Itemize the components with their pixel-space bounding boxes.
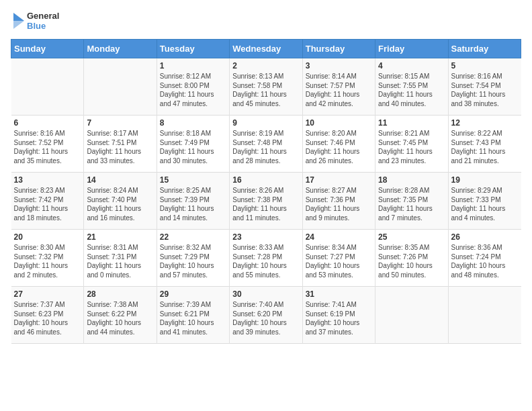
calendar-cell: 16Sunrise: 8:26 AMSunset: 7:38 PMDayligh… <box>230 173 302 230</box>
calendar-cell: 11Sunrise: 8:21 AMSunset: 7:45 PMDayligh… <box>375 116 448 173</box>
day-info: Sunrise: 7:41 AMSunset: 6:19 PMDaylight:… <box>306 300 372 336</box>
day-info: Sunrise: 8:33 AMSunset: 7:28 PMDaylight:… <box>232 243 299 279</box>
calendar-cell: 28Sunrise: 7:38 AMSunset: 6:22 PMDayligh… <box>84 287 157 344</box>
day-info: Sunrise: 8:32 AMSunset: 7:29 PMDaylight:… <box>160 243 226 279</box>
day-info: Sunrise: 8:16 AMSunset: 7:54 PMDaylight:… <box>451 72 519 108</box>
day-info: Sunrise: 8:34 AMSunset: 7:27 PMDaylight:… <box>306 243 372 279</box>
day-number: 6 <box>14 118 81 128</box>
day-info: Sunrise: 8:23 AMSunset: 7:42 PMDaylight:… <box>14 186 81 222</box>
calendar-cell: 22Sunrise: 8:32 AMSunset: 7:29 PMDayligh… <box>157 230 229 287</box>
day-number: 1 <box>160 61 226 71</box>
day-number: 18 <box>378 175 445 185</box>
calendar-cell: 29Sunrise: 7:39 AMSunset: 6:21 PMDayligh… <box>157 287 229 344</box>
calendar-cell: 23Sunrise: 8:33 AMSunset: 7:28 PMDayligh… <box>230 230 302 287</box>
day-info: Sunrise: 7:40 AMSunset: 6:20 PMDaylight:… <box>232 300 299 336</box>
day-number: 27 <box>14 289 81 299</box>
header-wednesday: Wednesday <box>230 40 302 58</box>
day-info: Sunrise: 8:19 AMSunset: 7:48 PMDaylight:… <box>232 129 299 165</box>
calendar-cell: 4Sunrise: 8:15 AMSunset: 7:55 PMDaylight… <box>375 58 448 116</box>
calendar-cell: 15Sunrise: 8:25 AMSunset: 7:39 PMDayligh… <box>157 173 229 230</box>
day-number: 15 <box>160 175 226 185</box>
day-info: Sunrise: 8:31 AMSunset: 7:31 PMDaylight:… <box>87 243 153 279</box>
calendar-cell <box>84 58 157 116</box>
calendar-week-1: 1Sunrise: 8:12 AMSunset: 8:00 PMDaylight… <box>11 58 521 116</box>
day-number: 11 <box>378 118 445 128</box>
day-info: Sunrise: 8:30 AMSunset: 7:32 PMDaylight:… <box>14 243 81 279</box>
calendar-cell: 9Sunrise: 8:19 AMSunset: 7:48 PMDaylight… <box>230 116 302 173</box>
day-info: Sunrise: 8:24 AMSunset: 7:40 PMDaylight:… <box>87 186 153 222</box>
day-number: 26 <box>451 232 519 242</box>
day-number: 21 <box>87 232 153 242</box>
logo: General Blue <box>11 11 59 31</box>
day-number: 4 <box>378 61 445 71</box>
day-number: 9 <box>232 118 299 128</box>
calendar-cell <box>448 287 521 344</box>
page-header: General Blue <box>11 11 521 31</box>
logo-general-text: General <box>27 11 59 21</box>
calendar-cell: 3Sunrise: 8:14 AMSunset: 7:57 PMDaylight… <box>302 58 375 116</box>
calendar-cell: 8Sunrise: 8:18 AMSunset: 7:49 PMDaylight… <box>157 116 229 173</box>
header-thursday: Thursday <box>302 40 375 58</box>
calendar-cell: 7Sunrise: 8:17 AMSunset: 7:51 PMDaylight… <box>84 116 157 173</box>
day-number: 28 <box>87 289 153 299</box>
day-info: Sunrise: 8:15 AMSunset: 7:55 PMDaylight:… <box>378 72 445 108</box>
day-number: 7 <box>87 118 153 128</box>
day-info: Sunrise: 8:27 AMSunset: 7:36 PMDaylight:… <box>306 186 372 222</box>
header-saturday: Saturday <box>448 40 521 58</box>
day-number: 16 <box>232 175 299 185</box>
day-number: 22 <box>160 232 226 242</box>
svg-marker-0 <box>13 13 24 21</box>
calendar-week-5: 27Sunrise: 7:37 AMSunset: 6:23 PMDayligh… <box>11 287 521 344</box>
calendar-cell: 26Sunrise: 8:36 AMSunset: 7:24 PMDayligh… <box>448 230 521 287</box>
day-info: Sunrise: 7:38 AMSunset: 6:22 PMDaylight:… <box>87 300 153 336</box>
day-number: 31 <box>306 289 372 299</box>
calendar-header-row: SundayMondayTuesdayWednesdayThursdayFrid… <box>11 40 521 58</box>
day-info: Sunrise: 8:18 AMSunset: 7:49 PMDaylight:… <box>160 129 226 165</box>
calendar-cell: 14Sunrise: 8:24 AMSunset: 7:40 PMDayligh… <box>84 173 157 230</box>
calendar-week-2: 6Sunrise: 8:16 AMSunset: 7:52 PMDaylight… <box>11 116 521 173</box>
calendar-cell: 30Sunrise: 7:40 AMSunset: 6:20 PMDayligh… <box>230 287 302 344</box>
day-number: 23 <box>232 232 299 242</box>
calendar-cell: 10Sunrise: 8:20 AMSunset: 7:46 PMDayligh… <box>302 116 375 173</box>
calendar-cell: 21Sunrise: 8:31 AMSunset: 7:31 PMDayligh… <box>84 230 157 287</box>
day-info: Sunrise: 8:17 AMSunset: 7:51 PMDaylight:… <box>87 129 153 165</box>
calendar-week-3: 13Sunrise: 8:23 AMSunset: 7:42 PMDayligh… <box>11 173 521 230</box>
day-info: Sunrise: 8:14 AMSunset: 7:57 PMDaylight:… <box>306 72 372 108</box>
calendar-cell <box>375 287 448 344</box>
calendar-cell: 25Sunrise: 8:35 AMSunset: 7:26 PMDayligh… <box>375 230 448 287</box>
day-info: Sunrise: 8:26 AMSunset: 7:38 PMDaylight:… <box>232 186 299 222</box>
calendar-cell: 20Sunrise: 8:30 AMSunset: 7:32 PMDayligh… <box>11 230 84 287</box>
day-info: Sunrise: 8:16 AMSunset: 7:52 PMDaylight:… <box>14 129 81 165</box>
day-info: Sunrise: 8:20 AMSunset: 7:46 PMDaylight:… <box>306 129 372 165</box>
day-info: Sunrise: 8:25 AMSunset: 7:39 PMDaylight:… <box>160 186 226 222</box>
header-sunday: Sunday <box>11 40 84 58</box>
day-number: 29 <box>160 289 226 299</box>
day-number: 30 <box>232 289 299 299</box>
day-info: Sunrise: 8:13 AMSunset: 7:58 PMDaylight:… <box>232 72 299 108</box>
calendar-cell: 17Sunrise: 8:27 AMSunset: 7:36 PMDayligh… <box>302 173 375 230</box>
day-number: 24 <box>306 232 372 242</box>
day-info: Sunrise: 8:28 AMSunset: 7:35 PMDaylight:… <box>378 186 445 222</box>
day-info: Sunrise: 8:35 AMSunset: 7:26 PMDaylight:… <box>378 243 445 279</box>
day-number: 14 <box>87 175 153 185</box>
calendar-table: SundayMondayTuesdayWednesdayThursdayFrid… <box>11 39 521 344</box>
calendar-cell: 13Sunrise: 8:23 AMSunset: 7:42 PMDayligh… <box>11 173 84 230</box>
day-number: 5 <box>451 61 519 71</box>
calendar-cell: 31Sunrise: 7:41 AMSunset: 6:19 PMDayligh… <box>302 287 375 344</box>
calendar-cell: 1Sunrise: 8:12 AMSunset: 8:00 PMDaylight… <box>157 58 229 116</box>
day-number: 17 <box>306 175 372 185</box>
svg-marker-1 <box>13 21 24 29</box>
header-tuesday: Tuesday <box>157 40 229 58</box>
calendar-cell: 18Sunrise: 8:28 AMSunset: 7:35 PMDayligh… <box>375 173 448 230</box>
day-info: Sunrise: 8:21 AMSunset: 7:45 PMDaylight:… <box>378 129 445 165</box>
calendar-week-4: 20Sunrise: 8:30 AMSunset: 7:32 PMDayligh… <box>11 230 521 287</box>
day-number: 12 <box>451 118 519 128</box>
day-number: 25 <box>378 232 445 242</box>
day-info: Sunrise: 7:37 AMSunset: 6:23 PMDaylight:… <box>14 300 81 336</box>
day-info: Sunrise: 8:29 AMSunset: 7:33 PMDaylight:… <box>451 186 519 222</box>
logo-arrow-icon <box>11 11 26 30</box>
day-number: 13 <box>14 175 81 185</box>
header-monday: Monday <box>84 40 157 58</box>
calendar-cell: 12Sunrise: 8:22 AMSunset: 7:43 PMDayligh… <box>448 116 521 173</box>
calendar-cell: 6Sunrise: 8:16 AMSunset: 7:52 PMDaylight… <box>11 116 84 173</box>
